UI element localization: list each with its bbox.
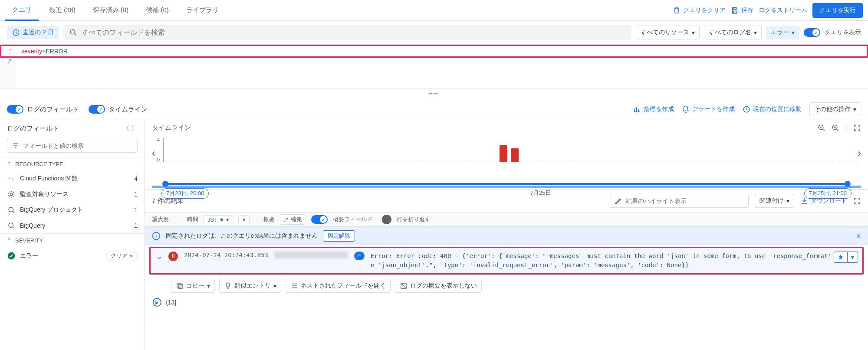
slider-handle-start[interactable]: [162, 181, 168, 187]
sidebar-item[interactable]: 監査対象リソース 1: [0, 186, 145, 202]
line-number: 2: [0, 58, 16, 88]
timeline-next[interactable]: ›: [856, 147, 863, 159]
bell-icon: [682, 105, 690, 113]
run-query-button[interactable]: クエリを実行: [812, 3, 863, 18]
slider-handle-end[interactable]: [845, 181, 851, 187]
tab-suggest[interactable]: 候補 (0): [139, 0, 176, 21]
expand-icon[interactable]: [853, 124, 861, 132]
log-source-redacted: [274, 252, 348, 258]
filter-row: 直近の 2 日 すべてのリソース▾ すべてのログ名▾ エラー▾ クエリを表示: [0, 21, 868, 44]
clear-severity-button[interactable]: クリア×: [106, 251, 138, 261]
svg-point-6: [9, 223, 13, 228]
timerange-chip[interactable]: 直近の 2 日: [7, 26, 59, 39]
fields-toggle-label: ログのフィールド: [27, 105, 79, 114]
tab-saved[interactable]: 保存済み (0): [86, 0, 136, 21]
svg-rect-11: [178, 285, 182, 288]
fields-toggle[interactable]: [7, 105, 23, 114]
hide-summary-button[interactable]: ログの概要を表示しない: [395, 279, 482, 293]
banner-close[interactable]: ×: [856, 231, 861, 241]
chevron-down-icon: ▾: [273, 282, 276, 289]
svg-rect-12: [177, 283, 181, 287]
log-entry-pinned[interactable]: ▾ ⌄ !! 2024-07-24 20:24:43.853 ≡ Error: …: [149, 247, 864, 275]
sidebar-item[interactable]: BigQuery プロジェクト 1: [0, 202, 145, 218]
expand-row-icon[interactable]: ⌄: [156, 252, 162, 261]
play-icon[interactable]: ▶: [153, 298, 161, 307]
pin-button[interactable]: [834, 252, 848, 263]
list-icon: [290, 282, 298, 290]
tab-query[interactable]: クエリ: [5, 0, 39, 21]
nested-button[interactable]: ネストされたフィールドを開く: [286, 279, 391, 293]
edit-summary-button[interactable]: 編集: [280, 214, 306, 225]
clear-query-button[interactable]: クエリをクリア: [673, 7, 726, 14]
highlight-input-wrap[interactable]: [610, 194, 749, 208]
time-slider[interactable]: 7月23日, 20:00 7月25日 7月25日, 21:00: [165, 183, 848, 185]
resource-dropdown[interactable]: すべてのリソース▾: [636, 26, 700, 39]
resize-handle[interactable]: ━━: [0, 88, 868, 99]
more-actions-dropdown[interactable]: その他の操作▾: [809, 102, 861, 116]
tab-recent[interactable]: 最近 (36): [42, 0, 82, 21]
histogram-bar[interactable]: [500, 145, 507, 162]
wrap-off-icon[interactable]: —: [382, 215, 391, 224]
y-axis: [163, 138, 164, 162]
jump-now-label: 現在の位置に移動: [753, 105, 802, 113]
copy-dropdown[interactable]: コピー▾: [171, 279, 215, 293]
timeline-toggle[interactable]: [89, 105, 105, 114]
show-query-toggle[interactable]: [804, 28, 820, 37]
col-severity: 重大度: [152, 216, 169, 223]
summary-fields-label: 概要フィールド: [333, 216, 372, 223]
query-editor[interactable]: 1 severity=ERROR 2: [0, 44, 868, 88]
global-search[interactable]: [63, 25, 631, 40]
create-metric-label: 指標を作成: [644, 105, 674, 113]
zoom-in-icon[interactable]: [832, 124, 839, 132]
save-button[interactable]: 保存: [731, 7, 753, 14]
logname-dropdown[interactable]: すべてのログ名▾: [704, 26, 762, 39]
similar-label: 類似エントリ: [234, 282, 271, 290]
correlate-dropdown[interactable]: 関連付け▾: [755, 194, 794, 208]
sidebar-item[interactable]: Cloud Functions 関数 4: [0, 171, 145, 186]
sidebar-item[interactable]: BigQuery 1: [0, 218, 145, 233]
highlight-input[interactable]: [626, 197, 744, 204]
metric-icon: [633, 105, 641, 113]
chevron-down-icon: ▾: [786, 197, 789, 204]
svg-point-5: [9, 207, 13, 212]
similar-dropdown[interactable]: 類似エントリ▾: [219, 279, 281, 293]
zoom-out-icon[interactable]: [818, 124, 825, 132]
log-timestamp: 2024-07-24 20:24:43.853: [184, 252, 268, 258]
log-message: Error: Error code: 400 - {'error': {'mes…: [371, 252, 857, 270]
chevron-up-icon: ⌃: [7, 237, 12, 244]
cloud-function-icon: [7, 174, 16, 183]
log-actions-row: コピー▾ 類似エントリ▾ ネストされたフィールドを開く ログの概要を表示しない: [145, 277, 868, 296]
create-alert-button[interactable]: アラートを作成: [682, 105, 735, 113]
timeline-chart[interactable]: ‹ 4 0 ›: [145, 135, 868, 173]
sidebar-item-count: 1: [134, 206, 138, 213]
time-format-dropdown[interactable]: ▾: [238, 215, 250, 224]
timeline-prev[interactable]: ‹: [150, 147, 157, 159]
json-expand-row[interactable]: ▶ {13}: [145, 296, 868, 311]
sidebar-title: ログのフィールド: [7, 124, 59, 133]
sidebar-search[interactable]: [7, 139, 138, 153]
wrap-label: 行を折り返す: [397, 216, 431, 223]
summary-fields-toggle[interactable]: [311, 215, 328, 224]
filter-icon: [12, 142, 20, 150]
unpin-button[interactable]: 固定解除: [323, 230, 355, 242]
tab-library[interactable]: ライブラリ: [179, 0, 226, 21]
sidebar-search-input[interactable]: [23, 142, 133, 149]
severity-dropdown[interactable]: エラー▾: [766, 26, 799, 39]
slider-mid-label: 7月25日: [530, 189, 551, 197]
histogram-bar[interactable]: [511, 148, 519, 162]
fullscreen-icon[interactable]: [853, 197, 861, 205]
create-metric-button[interactable]: 指標を作成: [633, 105, 674, 113]
timezone-dropdown[interactable]: JST ★ ▾: [204, 215, 233, 224]
show-query-label: クエリを表示: [825, 29, 861, 36]
section-resource-type[interactable]: ⌃RESOURCE TYPE: [0, 157, 145, 171]
col-time: 時間: [187, 216, 198, 223]
global-search-input[interactable]: [82, 29, 625, 36]
sidebar-severity-item[interactable]: エラー クリア×: [0, 247, 145, 265]
jump-now-button[interactable]: 現在の位置に移動: [743, 105, 802, 113]
close-icon: ×: [129, 253, 133, 259]
section-severity[interactable]: ⌃SEVERITY: [0, 233, 145, 247]
code-icon[interactable]: 〈 〉: [123, 124, 138, 133]
line-number: 1: [1, 46, 17, 56]
stream-button[interactable]: ログをストリーム: [759, 7, 807, 14]
pin-menu-button[interactable]: ▾: [848, 252, 858, 263]
